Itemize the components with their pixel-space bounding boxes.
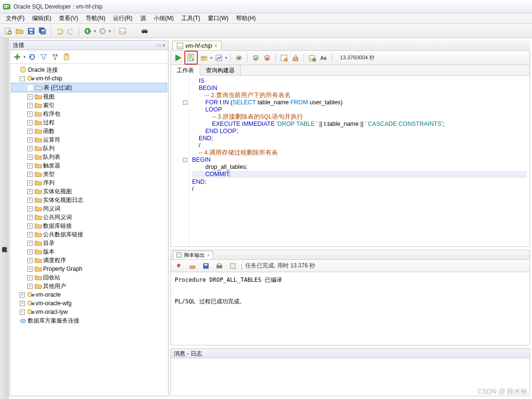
autotrace-icon[interactable]: [214, 53, 224, 63]
tree-node[interactable]: +其他用户: [11, 282, 167, 290]
tree-node[interactable]: +vm-oracl-lyw: [11, 308, 167, 316]
tree-node[interactable]: +实体化视图日志: [11, 196, 167, 204]
tree-node[interactable]: 表 (已过滤): [11, 83, 167, 92]
tree-node[interactable]: +类型: [11, 170, 167, 178]
tree-node[interactable]: +过程: [11, 118, 167, 127]
tree-toggle-icon[interactable]: +: [20, 310, 25, 315]
tree-node[interactable]: +程序包: [11, 110, 167, 118]
connections-tree[interactable]: Oracle 连接−vm-hf-chip表 (已过滤)+视图+索引+程序包+过程…: [10, 64, 168, 396]
tree-node[interactable]: +视图: [11, 92, 167, 101]
close-icon[interactable]: ×: [214, 43, 217, 49]
explain-plan-icon[interactable]: [199, 53, 209, 63]
tree-toggle-icon[interactable]: +: [27, 103, 33, 108]
db-rollback-icon[interactable]: [262, 53, 272, 63]
tree-node[interactable]: Oracle 连接: [11, 66, 167, 74]
run-script-icon[interactable]: [186, 52, 196, 63]
tree-node[interactable]: +vm-oracle: [11, 290, 167, 299]
redo-icon[interactable]: [66, 26, 76, 36]
menu-item[interactable]: 小组(M): [150, 13, 178, 23]
nav-fwd-icon[interactable]: [97, 26, 108, 36]
tree-node[interactable]: −vm-hf-chip: [11, 74, 167, 83]
tree-node[interactable]: +vm-oracle-wfg: [11, 299, 167, 308]
tree-node[interactable]: +调度程序: [11, 256, 167, 265]
script-output-body[interactable]: Procedure DROP_ALL_TABLES 已编译 PL/SQL 过程已…: [171, 272, 530, 345]
tree-toggle-icon[interactable]: +: [27, 180, 33, 186]
menu-item[interactable]: 导航(N): [82, 13, 109, 23]
pin-icon[interactable]: [174, 261, 184, 271]
tree-node[interactable]: +函数: [11, 127, 167, 135]
db-commit-icon[interactable]: [250, 53, 261, 63]
clipboard-icon[interactable]: [61, 52, 72, 62]
sql-history-icon[interactable]: SQL: [307, 53, 317, 63]
tree-toggle-icon[interactable]: +: [27, 198, 33, 203]
tree-toggle-icon[interactable]: +: [27, 120, 33, 125]
tree-toggle-icon[interactable]: +: [27, 249, 33, 255]
refresh-icon[interactable]: [27, 52, 37, 62]
tab-worksheet[interactable]: 工作表: [171, 65, 200, 76]
binoculars-icon[interactable]: [139, 26, 150, 36]
tree-toggle-icon[interactable]: +: [27, 258, 33, 263]
save-output-icon[interactable]: [201, 261, 211, 271]
tree-toggle-icon[interactable]: +: [27, 129, 33, 134]
tree-toggle-icon[interactable]: +: [20, 301, 25, 306]
tree-toggle-icon[interactable]: +: [27, 275, 33, 280]
menu-item[interactable]: 工具(T): [178, 13, 204, 23]
tree-node[interactable]: +运算符: [11, 135, 167, 144]
log-body[interactable]: [171, 358, 530, 396]
code-editor[interactable]: -- IS BEGIN -- 2.查询当前用户下的所有表名 FOR t IN (…: [170, 76, 530, 247]
tree-toggle-icon[interactable]: +: [27, 232, 33, 237]
buffer-icon[interactable]: [227, 261, 238, 271]
open-icon[interactable]: [14, 26, 25, 36]
print-icon[interactable]: [214, 261, 225, 271]
nav-back-icon[interactable]: [82, 26, 93, 36]
menu-item[interactable]: 运行(R): [109, 13, 136, 23]
menu-item[interactable]: 查看(V): [55, 13, 82, 23]
commit-icon[interactable]: [234, 53, 244, 63]
tree-toggle-icon[interactable]: +: [27, 155, 33, 160]
tree-node[interactable]: +序列: [11, 178, 167, 187]
tree-node[interactable]: +索引: [11, 101, 167, 110]
close-icon[interactable]: ×: [207, 252, 210, 258]
script-output-tab[interactable]: 脚本输出 ×: [173, 251, 213, 259]
tree-toggle-icon[interactable]: +: [20, 292, 25, 298]
tree-node[interactable]: +实体化视图: [11, 187, 167, 196]
save-icon[interactable]: [26, 26, 36, 36]
tree-toggle-icon[interactable]: +: [27, 172, 33, 177]
menu-item[interactable]: 文件(F): [2, 13, 28, 23]
tree-toggle-icon[interactable]: +: [27, 266, 33, 272]
tree-node[interactable]: +版本: [11, 247, 167, 256]
uppercase-icon[interactable]: Aa: [318, 53, 329, 63]
menu-item[interactable]: 窗口(W): [204, 13, 232, 23]
menu-item[interactable]: 源: [136, 13, 150, 23]
new-icon[interactable]: [3, 26, 13, 36]
tree-node[interactable]: +队列表: [11, 153, 167, 161]
dropdown-icon[interactable]: ▾: [163, 43, 165, 48]
tree-toggle-icon[interactable]: +: [27, 94, 33, 100]
tree-node[interactable]: +目录: [11, 239, 167, 247]
menu-item[interactable]: 帮助(H): [232, 13, 260, 23]
tree-node[interactable]: +数据库链接: [11, 222, 167, 230]
tree-toggle-icon[interactable]: +: [27, 189, 33, 194]
tab-query-builder[interactable]: 查询构建器: [200, 65, 241, 76]
tree-node[interactable]: 数据库方案服务连接: [11, 316, 167, 325]
tree-node[interactable]: +公共同义词: [11, 213, 167, 222]
tree-node[interactable]: +Property Graph: [11, 265, 167, 273]
eraser-icon[interactable]: [187, 261, 198, 271]
tree-toggle-icon[interactable]: +: [27, 111, 33, 117]
tree-node[interactable]: +队列: [11, 144, 167, 153]
run-statement-icon[interactable]: [173, 53, 183, 63]
save-all-icon[interactable]: [37, 26, 48, 36]
tree-node[interactable]: +触发器: [11, 161, 167, 170]
sql-worksheet-icon[interactable]: SQL: [117, 26, 128, 36]
tree-toggle-icon[interactable]: +: [27, 215, 33, 220]
tree-node[interactable]: +同义词: [11, 204, 167, 213]
add-connection-icon[interactable]: [12, 52, 23, 62]
minimize-icon[interactable]: ▭: [157, 43, 161, 48]
tree-toggle-icon[interactable]: +: [27, 163, 33, 168]
tns-icon[interactable]: [50, 52, 60, 62]
vertical-tab-dbsearch[interactable]: 在找数据库对象: [0, 38, 9, 399]
editor-tab[interactable]: SQL vm-hf-chip ×: [172, 41, 222, 50]
tree-toggle-icon[interactable]: −: [20, 76, 25, 81]
tree-toggle-icon[interactable]: +: [27, 137, 33, 143]
tree-node[interactable]: +回收站: [11, 273, 167, 282]
